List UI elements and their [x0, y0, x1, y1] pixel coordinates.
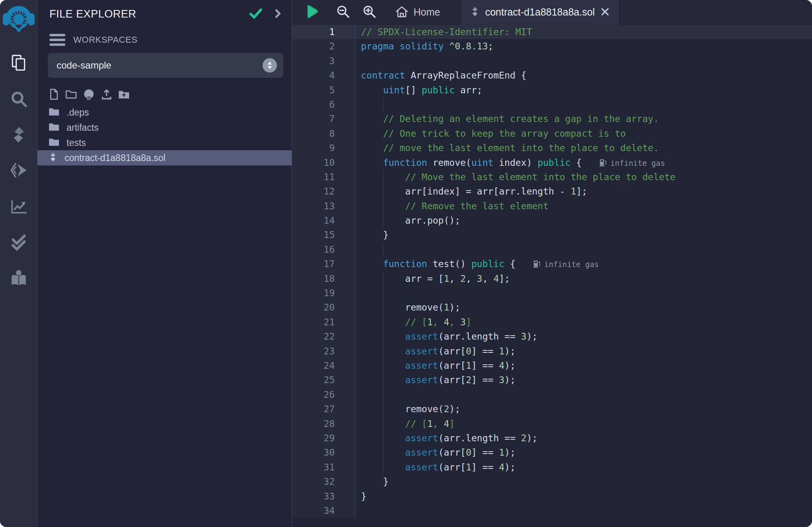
gas-badge-label: infinite gas	[610, 156, 665, 170]
line-number: 30	[292, 445, 356, 460]
editor-area: Home contract-d1a8818a8a.sol	[292, 0, 812, 527]
close-icon	[600, 7, 610, 18]
code-line: 16	[292, 242, 812, 257]
file-explorer-icon	[10, 54, 28, 72]
book-icon	[10, 269, 28, 287]
gas-badge-label: infinite gas	[544, 257, 599, 271]
workspace-name: code-sample	[57, 60, 111, 71]
new-file-icon	[49, 88, 59, 101]
line-number: 19	[292, 286, 356, 300]
folder-icon	[49, 122, 59, 133]
tree-item-folder[interactable]: artifacts	[37, 120, 292, 135]
remix-logo-icon	[3, 2, 35, 35]
folder-name: tests	[67, 138, 86, 148]
code-line: 32 }	[292, 474, 812, 489]
sidebar-deploy-run-button[interactable]	[9, 161, 28, 180]
folder-icon	[49, 138, 59, 148]
tree-item-folder[interactable]: tests	[37, 135, 292, 150]
zoom-out-icon	[336, 4, 350, 20]
panel-title: FILE EXPLORER	[49, 8, 136, 20]
workspaces-label: WORKSPACES	[73, 35, 137, 45]
new-folder-icon	[65, 89, 77, 100]
sidebar-search-button[interactable]	[9, 89, 28, 108]
upload-file-button[interactable]	[101, 88, 112, 101]
code-editor[interactable]: 1// SPDX-License-Identifier: MIT2pragma …	[292, 25, 812, 527]
sidebar-learneth-button[interactable]	[9, 269, 28, 288]
line-number: 17	[292, 257, 356, 271]
icon-sidebar	[0, 0, 37, 527]
code-line: 2pragma solidity ^0.8.13;	[292, 39, 812, 53]
tree-item-folder[interactable]: .deps	[37, 105, 292, 120]
tree-item-selected-file[interactable]: contract-d1a8818a8a.sol	[37, 150, 292, 165]
code-line: 14 arr.pop();	[292, 213, 812, 228]
line-number: 26	[292, 387, 356, 402]
code-line: 23 assert(arr[0] == 1);	[292, 344, 812, 358]
folder-icon	[49, 107, 59, 118]
line-number: 1	[292, 25, 356, 39]
file-explorer-panel: FILE EXPLORER	[37, 0, 292, 527]
line-number: 10	[292, 155, 356, 170]
line-number: 33	[292, 489, 356, 503]
line-number: 28	[292, 417, 356, 431]
sidebar-file-explorer-button[interactable]	[9, 53, 28, 73]
code-line: 4contract ArrayReplaceFromEnd {	[292, 68, 812, 83]
code-line: 31 assert(arr[1] == 4);	[292, 460, 812, 474]
folder-name: .deps	[67, 107, 89, 118]
sidebar-solidity-compiler-button[interactable]	[9, 125, 28, 144]
panel-collapse-button[interactable]	[275, 8, 281, 20]
home-tab-label: Home	[414, 6, 440, 18]
code-line: 10 function remove(uint index) public {i…	[292, 155, 812, 170]
sidebar-analytics-button[interactable]	[9, 197, 28, 216]
zoom-out-button[interactable]	[336, 4, 350, 20]
gas-estimate-badge: infinite gas	[532, 257, 599, 271]
new-file-button[interactable]	[49, 88, 59, 101]
explorer-toolbar	[37, 88, 292, 102]
tab-home[interactable]: Home	[391, 0, 444, 24]
upload-folder-button[interactable]	[118, 90, 129, 100]
code-line: 7 // Deleting an element creates a gap i…	[292, 112, 812, 126]
code-line: 29 assert(arr.length == 2);	[292, 431, 812, 445]
deploy-run-icon	[10, 161, 28, 180]
line-number: 20	[292, 300, 356, 315]
line-number: 23	[292, 344, 356, 358]
confirm-check-button[interactable]	[249, 8, 263, 20]
solidity-file-icon	[49, 152, 57, 164]
line-number: 2	[292, 39, 356, 53]
new-folder-button[interactable]	[65, 89, 77, 100]
line-number: 6	[292, 97, 356, 112]
solidity-file-icon	[470, 6, 480, 19]
tab-contract-file[interactable]: contract-d1a8818a8a.sol	[460, 0, 620, 25]
code-line: 11 // Move the last element into the pla…	[292, 170, 812, 184]
code-line: 20 remove(1);	[292, 300, 812, 315]
line-number: 31	[292, 460, 356, 474]
code-line: 5 uint[] public arr;	[292, 83, 812, 97]
code-line: 27 remove(2);	[292, 402, 812, 416]
tab-close-button[interactable]	[600, 7, 610, 18]
home-icon	[395, 6, 409, 19]
line-number: 11	[292, 170, 356, 184]
chart-icon	[10, 197, 28, 216]
code-line: 26	[292, 387, 812, 402]
line-number: 18	[292, 271, 356, 286]
code-line: 15 }	[292, 228, 812, 242]
line-number: 8	[292, 126, 356, 141]
workspace-sort-button[interactable]	[263, 58, 277, 73]
folder-name: artifacts	[67, 122, 99, 133]
run-script-button[interactable]	[304, 4, 319, 21]
line-number: 9	[292, 141, 356, 155]
sidebar-static-analysis-button[interactable]	[9, 233, 28, 252]
github-icon	[83, 88, 95, 102]
gas-estimate-badge: infinite gas	[598, 156, 665, 170]
tab-bar: Home contract-d1a8818a8a.sol	[292, 0, 812, 25]
line-number: 5	[292, 83, 356, 97]
workspaces-menu-button[interactable]	[49, 34, 65, 46]
line-number: 22	[292, 329, 356, 344]
zoom-in-button[interactable]	[362, 4, 377, 20]
line-number: 7	[292, 112, 356, 126]
code-line: 24 assert(arr[1] == 4);	[292, 358, 812, 373]
line-number: 29	[292, 431, 356, 445]
upload-folder-icon	[118, 90, 129, 100]
github-button[interactable]	[83, 88, 95, 102]
workspace-selector[interactable]: code-sample	[48, 53, 283, 78]
line-number: 16	[292, 242, 356, 257]
